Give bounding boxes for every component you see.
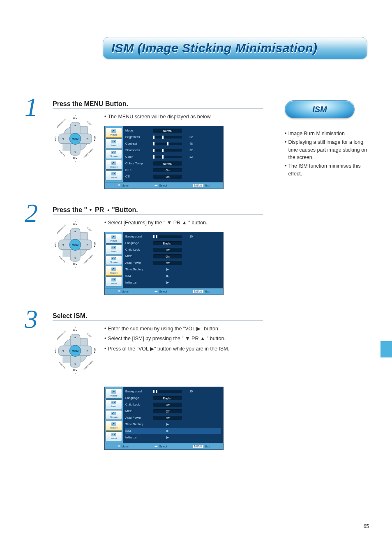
osd-row[interactable]: Child LockOff [125,402,221,408]
osd-category-feature[interactable]: Feature [106,266,122,276]
osd-value[interactable]: On [153,168,182,172]
remote-dpad: ⎆ PR▲ PR▼ ⎆ COMPONENT PC/DVI PREV PR SCR… [53,219,98,268]
steps-column: 1 Press the MENU Button. ⎆ PR▲ PR▼ ⎆ COM… [25,100,263,470]
osd-row-label: Sharpness [125,148,151,152]
osd-footer: ⇵ Move ◂▸ Select MENU Exit [105,288,223,295]
osd-row[interactable]: Child LockOff [125,247,221,253]
osd-slider[interactable] [153,156,182,158]
osd-value[interactable]: On [153,175,182,179]
svg-text:PR▲: PR▲ [73,118,78,120]
osd-row[interactable]: Initialize▶ [125,280,221,286]
svg-text:COMPONENT: COMPONENT [56,224,67,234]
osd-row[interactable]: ISM▶ [125,428,221,434]
svg-text:VOL►: VOL► [94,348,96,353]
osd-value[interactable]: Off [153,248,182,252]
osd-hint-select: ◂▸ Select [154,290,167,293]
submenu-arrow-icon[interactable]: ▶ [153,436,182,439]
osd-row-label: ISM [125,429,151,433]
osd-row[interactable]: Auto PowerOff [125,415,221,421]
osd-category-picture[interactable]: Picture [106,389,122,399]
osd-category-sound[interactable]: Sound [106,399,122,409]
osd-row[interactable]: Colour Temp.Normal [125,161,221,166]
osd-row-label: Language [125,241,151,245]
osd-row[interactable]: ModeNormal [125,128,221,134]
osd-category-screen[interactable]: Screen [106,255,122,265]
osd-row[interactable]: ISM▶ [125,273,221,279]
svg-text:SCREEN SIZE: SCREEN SIZE [83,148,93,159]
submenu-arrow-icon[interactable]: ▶ [153,274,182,278]
osd-hint-exit: MENU Exit [193,445,210,448]
osd-value[interactable]: English [153,396,182,400]
osd-row-label: Child Lock [125,248,151,251]
osd-category-strip: Picture Sound Screen Feature Install [105,126,123,182]
osd-row[interactable]: Auto PowerOff [125,260,221,266]
osd-category-picture[interactable]: Picture [106,128,122,138]
page-title-bar: ISM (Image Sticking Minimisation) [103,37,367,59]
step-1: 1 Press the MENU Button. ⎆ PR▲ PR▼ ⎆ COM… [25,100,263,189]
osd-value[interactable]: Off [153,403,182,407]
osd-row-label: Auto Power [125,416,151,420]
osd-row[interactable]: Background10 [125,234,221,240]
svg-text:MENU: MENU [72,138,78,141]
osd-slider[interactable] [153,390,182,393]
osd-value[interactable]: Off [153,261,182,265]
osd-slider-value: 48 [184,142,193,145]
osd-slider[interactable] [153,235,182,238]
submenu-arrow-icon[interactable]: ▶ [153,422,182,426]
osd-value[interactable]: Off [153,416,182,420]
osd-row-label: Time Setting [125,422,151,426]
osd-row-label: Language [125,396,151,400]
svg-text:COMPONENT: COMPONENT [56,330,67,340]
osd-row[interactable]: LanguageEnglish [125,240,221,246]
osd-row-label: Child Lock [125,403,151,406]
svg-text:▼: ▼ [74,362,76,366]
submenu-arrow-icon[interactable]: ▶ [153,267,182,271]
osd-row[interactable]: Contrast48 [125,141,221,147]
osd-row[interactable]: LanguageEnglish [125,395,221,401]
osd-slider[interactable] [153,136,182,138]
remote-dpad: ⎆ PR▲ PR▼ ⎆ COMPONENT PC/DVI PREV PR SCR… [53,113,98,162]
osd-row[interactable]: MGDIOff [125,408,221,414]
osd-category-feature[interactable]: Feature [106,160,122,170]
osd-category-install[interactable]: Install [106,171,122,180]
osd-value[interactable]: Off [153,409,182,413]
osd-row[interactable]: MGDIOn [125,254,221,259]
osd-value[interactable]: On [153,254,182,258]
osd-row[interactable]: Sharpness32 [125,148,221,153]
osd-row[interactable]: Background10 [125,389,221,394]
osd-row[interactable]: N.R.On [125,167,221,173]
osd-settings-list: ModeNormal Brightness32 Contrast48 Sharp… [123,126,223,182]
osd-value[interactable]: Normal [153,161,182,166]
svg-text:◄VOL: ◄VOL [55,242,57,247]
osd-slider[interactable] [153,143,182,145]
osd-category-sound[interactable]: Sound [106,138,122,148]
step-note: •The MENU screen will be displayed as be… [104,113,263,121]
step-heading: Press the MENU Button. [53,100,263,109]
osd-category-screen[interactable]: Screen [106,149,122,159]
section-tab [380,341,392,357]
submenu-arrow-icon[interactable]: ▶ [153,281,182,284]
osd-value[interactable]: English [153,241,182,245]
svg-text:◄VOL: ◄VOL [55,348,57,353]
osd-category-picture[interactable]: Picture [106,234,122,244]
osd-category-screen[interactable]: Screen [106,410,122,420]
osd-hint-move: ⇵ Move [118,445,129,448]
osd-value[interactable]: Normal [153,129,182,133]
osd-category-feature[interactable]: Feature [106,421,122,431]
osd-hint-exit: MENU Exit [193,290,210,293]
osd-category-install[interactable]: Install [106,277,122,286]
osd-slider[interactable] [153,149,182,152]
osd-row[interactable]: Time Setting▶ [125,422,221,427]
step-note: •Press of the "VOL ▶" button while you a… [104,345,263,353]
submenu-arrow-icon[interactable]: ▶ [153,429,182,433]
osd-category-install[interactable]: Install [106,431,122,441]
osd-row[interactable]: Color32 [125,154,221,160]
osd-row[interactable]: Brightness32 [125,134,221,140]
step-3: 3 Select ISM. ⎆ PR▲ PR▼ ⎆ COMPONENT PC/D… [25,312,263,450]
osd-row-label: Background [125,390,151,393]
osd-row[interactable]: CTIOn [125,174,221,180]
osd-row[interactable]: Initialize▶ [125,435,221,440]
osd-row[interactable]: Time Setting▶ [125,267,221,272]
osd-category-sound[interactable]: Sound [106,244,122,254]
osd-screenshot: Picture Sound Screen Feature Install Bac… [104,387,224,450]
